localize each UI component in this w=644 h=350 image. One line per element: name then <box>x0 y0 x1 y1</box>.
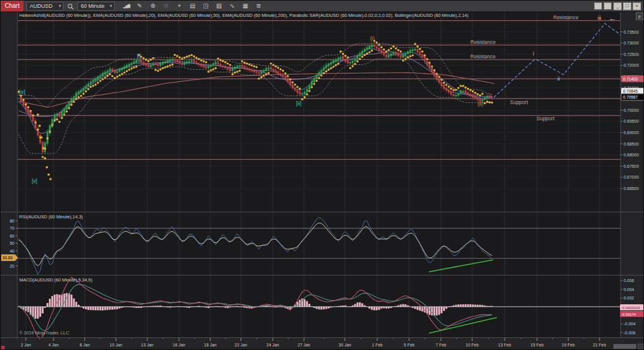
candle-body <box>222 66 224 67</box>
zoom-out-icon[interactable]: ⊖ <box>159 1 172 11</box>
histogram-bar <box>306 301 308 307</box>
histogram-bar <box>431 307 433 315</box>
interval-selector[interactable]: 60 Minute ▾ <box>77 2 115 11</box>
sar-dot <box>472 90 474 93</box>
sar-dot <box>416 45 419 48</box>
sar-dot <box>474 92 476 94</box>
minimize-button[interactable]: _ <box>613 2 622 10</box>
alert-icon[interactable]: ◳ <box>199 1 212 11</box>
candle-body <box>90 81 92 84</box>
candle-body <box>350 62 351 64</box>
candle-body <box>138 60 140 62</box>
sar-dot <box>464 86 467 88</box>
sar-dot <box>241 60 243 63</box>
chart-canvas[interactable]: ResistanceResistanceResistanceSupportSup… <box>1 1 644 350</box>
sar-dot <box>421 51 424 53</box>
price-badge-label: 0.70587 <box>623 95 638 99</box>
sar-dot <box>51 124 53 126</box>
price-badge-label: 0.71403 <box>623 77 638 81</box>
candle-body <box>290 81 291 85</box>
candle-body <box>184 63 186 65</box>
sar-dot <box>323 72 325 75</box>
candle-body <box>246 67 248 70</box>
data-series-icon[interactable]: ▤ <box>186 1 199 11</box>
sar-dot <box>183 57 186 59</box>
sar-dot <box>90 86 92 88</box>
time-tick-label: 10 Jan <box>109 343 122 347</box>
candle-body <box>208 66 210 68</box>
sar-dot <box>412 54 414 57</box>
histogram-bar <box>458 304 460 307</box>
sar-dot <box>433 69 436 72</box>
drawing-tools-icon[interactable]: ✎ <box>133 1 146 11</box>
candle-body <box>258 72 260 74</box>
sar-dot <box>63 114 65 116</box>
histogram-bar <box>93 307 94 310</box>
candle-body <box>304 91 306 94</box>
sar-dot <box>25 103 27 106</box>
candle-body <box>44 143 46 152</box>
fixed-scale-button[interactable]: F <box>636 13 643 20</box>
sar-dot <box>174 54 176 56</box>
wave-label: [v] <box>32 178 37 184</box>
wave-label: (i) <box>370 35 375 41</box>
histogram-bar <box>443 307 445 311</box>
sar-dot <box>176 55 178 57</box>
candle-body <box>133 61 135 64</box>
candle-body <box>316 75 318 79</box>
instrument-selector[interactable]: AUDUSD ▾ <box>26 2 64 11</box>
sar-dot <box>118 74 121 76</box>
sar-dot <box>229 64 231 66</box>
crosshair-icon[interactable]: + <box>172 1 186 11</box>
time-tick-label: 1 Feb <box>372 343 383 347</box>
candle-body <box>402 54 404 57</box>
indicators-icon[interactable]: ∿ <box>225 1 238 11</box>
sar-dot <box>255 66 258 69</box>
price-tick-label: 0.70000 <box>624 108 639 112</box>
candle-body <box>427 61 428 65</box>
sar-dot <box>270 63 272 65</box>
candle-body <box>422 54 424 58</box>
sar-dot <box>491 102 493 104</box>
histogram-bar <box>42 307 44 313</box>
sar-dot <box>44 157 46 159</box>
candle-body <box>93 80 94 82</box>
close-button[interactable]: × <box>633 2 641 10</box>
sar-dot <box>452 89 455 91</box>
histogram-bar <box>374 307 375 310</box>
window-controls: _□× <box>594 2 643 10</box>
scrollbar-corner[interactable] <box>638 344 643 349</box>
toolbar-icons: ▂▅▇✎⊕⊖+▤◳▧∿▦≣ <box>120 1 265 11</box>
candle-body <box>347 60 349 63</box>
candle-body <box>292 84 294 88</box>
market-analyzer-icon[interactable]: ▧ <box>212 1 225 11</box>
rsi-tick-label: 50 <box>10 241 14 245</box>
candle-body <box>465 90 467 93</box>
instrument-search-button[interactable] <box>67 2 74 10</box>
restore-button[interactable]: □ <box>623 2 631 10</box>
histogram-bar <box>316 307 318 309</box>
sar-dot <box>145 58 147 61</box>
candle-body <box>390 54 392 56</box>
zoom-in-icon[interactable]: ⊕ <box>146 1 159 11</box>
scrollbar-thumb[interactable] <box>613 344 636 349</box>
chart-tab[interactable]: Chart <box>1 1 23 11</box>
strategies-icon[interactable]: ▦ <box>238 1 252 11</box>
link-interval-button[interactable] <box>604 2 612 10</box>
candle-body <box>78 91 80 94</box>
link-instrument-button[interactable] <box>594 2 602 10</box>
chart-style-icon[interactable]: ▂▅▇ <box>120 1 133 11</box>
candle-body <box>225 66 226 68</box>
rsi-tick-label: 20 <box>10 264 14 268</box>
histogram-bar <box>309 304 311 307</box>
properties-icon[interactable]: ≣ <box>252 1 265 11</box>
candle-body <box>266 68 267 71</box>
sar-dot <box>337 63 339 65</box>
candle-body <box>217 62 219 64</box>
candle-body <box>141 60 142 63</box>
candle-body <box>23 100 25 106</box>
sar-dot <box>308 90 311 92</box>
sar-dot <box>162 67 164 70</box>
sar-dot <box>238 70 241 72</box>
candle-body <box>280 73 282 76</box>
